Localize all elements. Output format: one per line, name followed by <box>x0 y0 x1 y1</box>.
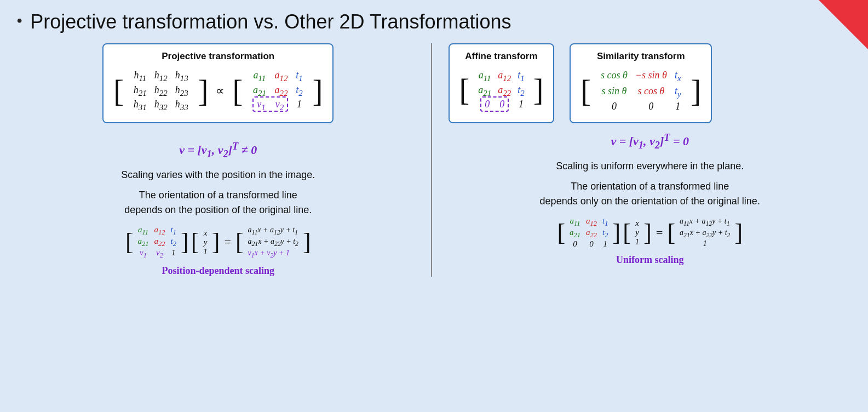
similarity-matrix-area: [ s cos θ −s sin θ tx s sin θ s cos θ ty… <box>580 67 701 115</box>
projective-box: Projective transformation [ h11 h12 h13 … <box>102 43 334 123</box>
br-eq-l1: ] <box>181 230 189 254</box>
right-eq-result: a11x + a12y + t1 a21x + a22y + t2 1 <box>677 216 732 250</box>
le-y: y <box>203 238 208 247</box>
aff-00-dashed: 0 0 <box>478 99 511 110</box>
le-x: x <box>203 228 208 238</box>
v2-cell: v2 <box>275 99 284 110</box>
bottom-eq-right: [ a11 a12 t1 a21 a22 t2 0 0 1 ] [ x y <box>449 215 852 250</box>
t1-proj: t1 <box>296 70 303 83</box>
br-eq-l3: ] <box>303 230 311 254</box>
h-matrix: h11 h12 h13 h21 h22 h23 h31 h32 h33 <box>129 67 193 115</box>
le-t1: t1 <box>171 225 176 237</box>
left-eq-mat1: a11 a12 t1 a21 a22 t2 v1 v2 1 <box>136 224 179 261</box>
le-t2: t2 <box>171 237 176 248</box>
aff-br: ] <box>533 75 544 105</box>
re-0b: 0 <box>586 239 597 249</box>
affine-proj-matrix: a11 a12 t1 a21 a22 t2 v1 v <box>248 67 307 115</box>
projective-matrix-area: [ h11 h12 h13 h21 h22 h23 h31 h32 h33 <box>113 67 323 115</box>
sim-ssin: s sin θ <box>601 85 628 99</box>
bl-eq-r1: [ <box>557 221 565 245</box>
sim-tx: tx <box>675 70 681 83</box>
rres3: 1 <box>680 239 730 248</box>
desc-left-2: The orientation of a transformed linedep… <box>16 188 420 218</box>
le-v2: v2 <box>154 248 165 260</box>
br-eq-r2: ] <box>643 221 652 245</box>
re-t2: t2 <box>602 228 608 239</box>
left-eq-result: a11x + a12y + t1 a21x + a22y + t2 v1x + … <box>246 225 301 260</box>
v1v2-dashed: v1 v2 <box>252 99 288 112</box>
h31: h31 <box>134 99 147 112</box>
h12: h12 <box>154 70 168 83</box>
page-title: Projective transformation vs. Other 2D T… <box>30 10 511 33</box>
re-x: x <box>635 219 640 228</box>
a21-proj: a21 <box>252 84 267 98</box>
sim-0b: 0 <box>635 101 667 112</box>
affine-box-title: Affine transform <box>459 51 544 62</box>
sim-0a: 0 <box>601 101 628 112</box>
bracket-left-1: [ <box>113 76 124 106</box>
h21: h21 <box>134 84 147 98</box>
re-a11: a11 <box>570 216 580 228</box>
propto-symbol: ∝ <box>216 84 225 98</box>
a12-proj: a12 <box>274 70 289 83</box>
right-column: Affine transform [ a11 a12 t1 a21 a22 t2 <box>432 43 852 277</box>
a22-proj: a22 <box>274 84 289 98</box>
projective-box-title: Projective transformation <box>113 51 323 62</box>
uniform-label: Uniform scaling <box>449 254 852 266</box>
v-equation-right: v = [v1, v2]T = 0 <box>449 132 852 151</box>
br-eq-r1: ] <box>613 221 621 245</box>
aff-0b: 0 <box>499 99 504 110</box>
h13: h13 <box>175 70 188 83</box>
le-v1: v1 <box>138 248 149 260</box>
re-y: y <box>635 228 640 237</box>
eq-sign-left: = <box>224 235 231 249</box>
bracket-right-1: ] <box>198 76 209 106</box>
one-proj: 1 <box>296 99 303 112</box>
le-a22: a22 <box>154 237 165 248</box>
position-label: Position-dependent scaling <box>16 265 420 277</box>
re-0a: 0 <box>570 239 580 249</box>
re-1: 1 <box>602 239 608 249</box>
a11-proj: a11 <box>252 70 267 83</box>
affine-matrix-area: [ a11 a12 t1 a21 a22 t2 0 <box>459 67 544 112</box>
re-1b: 1 <box>635 237 640 247</box>
bottom-eq-left: [ a11 a12 t1 a21 a22 t2 v1 v2 1 ] [ x y <box>16 224 420 261</box>
page: • Projective transformation vs. Other 2D… <box>0 0 868 412</box>
le-1: 1 <box>171 248 176 260</box>
t2-proj: t2 <box>296 84 303 98</box>
sim-1: 1 <box>675 101 681 112</box>
h11: h11 <box>134 70 147 83</box>
res1: a11x + a12y + t1 <box>248 226 298 236</box>
v1-cell: v1 <box>257 99 266 110</box>
bl-eq-l1: [ <box>125 230 134 254</box>
eq-sign-right: = <box>656 226 663 240</box>
aff-a22: a22 <box>498 84 511 98</box>
aff-t2: t2 <box>518 84 525 98</box>
h22: h22 <box>154 84 168 98</box>
bl-eq-r2: [ <box>623 221 631 245</box>
rres2: a21x + a22y + t2 <box>680 228 730 239</box>
br-eq-r3: ] <box>734 221 743 245</box>
sim-scos2: s cos θ <box>635 85 667 99</box>
right-eq-mat1: a11 a12 t1 a21 a22 t2 0 0 1 <box>567 215 610 250</box>
aff-a11: a11 <box>478 70 491 83</box>
res2: a21x + a22y + t2 <box>248 237 298 248</box>
le-a12: a12 <box>154 225 165 237</box>
affine-matrix: a11 a12 t1 a21 a22 t2 0 0 <box>475 67 528 112</box>
aff-0a: 0 <box>485 99 490 110</box>
le-1b: 1 <box>203 247 208 256</box>
sim-br: ] <box>691 76 702 106</box>
desc-left-1: Scaling varies with the position in the … <box>16 168 420 182</box>
right-eq-mat2: x y 1 <box>633 218 642 248</box>
re-a21: a21 <box>570 228 580 239</box>
affine-box: Affine transform [ a11 a12 t1 a21 a22 t2 <box>449 43 555 123</box>
desc-right-2: The orientation of a transformed linedep… <box>449 179 852 209</box>
aff-t1: t1 <box>518 70 525 83</box>
sim-scos1: s cos θ <box>601 70 628 83</box>
sim-ty: ty <box>675 85 681 99</box>
res3: v1x + v2y + 1 <box>248 249 298 259</box>
red-triangle-decoration <box>819 0 868 49</box>
sim-ssin-neg: −s sin θ <box>635 70 667 83</box>
bl-eq-l3: [ <box>235 230 244 254</box>
rres1: a11x + a12y + t1 <box>680 217 730 227</box>
